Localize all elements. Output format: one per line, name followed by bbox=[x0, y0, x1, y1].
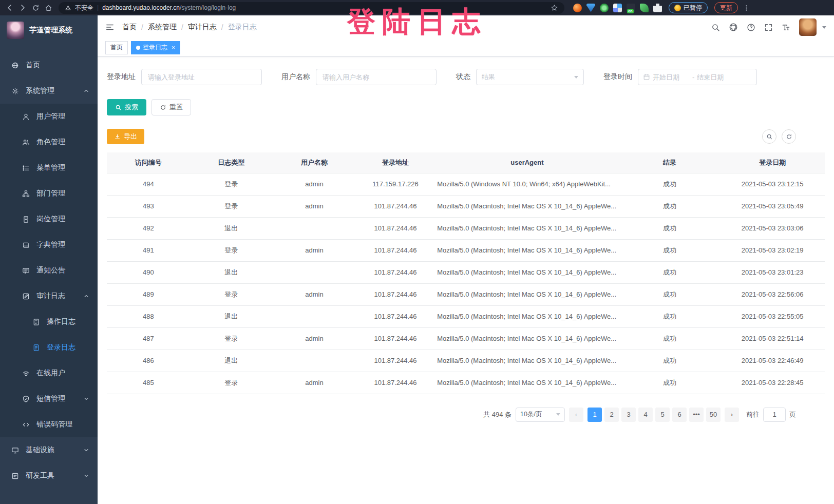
table-row[interactable]: 486退出101.87.244.46Mozilla/5.0 (Macintosh… bbox=[107, 350, 825, 372]
table-cell: 101.87.244.46 bbox=[356, 261, 435, 283]
close-icon[interactable]: × bbox=[172, 44, 175, 51]
emoji-face-icon bbox=[674, 5, 681, 11]
sidebar-toggle-icon[interactable] bbox=[105, 23, 115, 32]
table-cell: 登录 bbox=[190, 372, 273, 394]
sidebar-item-9[interactable]: 审计日志 bbox=[0, 283, 98, 309]
page-button-5[interactable]: 5 bbox=[655, 408, 670, 422]
reset-button[interactable]: 重置 bbox=[151, 99, 191, 115]
table-row[interactable]: 488退出101.87.244.46Mozilla/5.0 (Macintosh… bbox=[107, 305, 825, 327]
table-cell: admin bbox=[273, 173, 356, 195]
back-icon[interactable] bbox=[4, 2, 15, 13]
tag-1[interactable]: 登录日志× bbox=[131, 41, 180, 54]
sidebar-item-11[interactable]: 登录日志 bbox=[0, 335, 98, 360]
start-date-input[interactable] bbox=[653, 73, 690, 81]
table-cell: 登录 bbox=[190, 195, 273, 217]
extension-grid-icon[interactable] bbox=[613, 4, 622, 12]
paused-badge[interactable]: 已暂停 bbox=[669, 2, 708, 13]
sidebar-item-2[interactable]: 用户管理 bbox=[0, 104, 98, 129]
page-button-4[interactable]: 4 bbox=[638, 408, 653, 422]
sidebar-item-15[interactable]: 基础设施 bbox=[0, 437, 98, 463]
breadcrumb-item[interactable]: 首页 bbox=[122, 23, 137, 32]
prev-page-button[interactable]: ‹ bbox=[569, 408, 583, 422]
tag-0[interactable]: 首页 bbox=[105, 41, 128, 54]
sidebar-item-14[interactable]: 错误码管理 bbox=[0, 412, 98, 437]
next-page-button[interactable]: › bbox=[725, 408, 739, 422]
update-button[interactable]: 更新 bbox=[714, 2, 738, 13]
sidebar-item-8[interactable]: 通知公告 bbox=[0, 258, 98, 283]
sidebar-item-3[interactable]: 角色管理 bbox=[0, 129, 98, 155]
sidebar-item-10[interactable]: 操作日志 bbox=[0, 309, 98, 335]
column-header: 结果 bbox=[619, 152, 721, 173]
extension-shield-icon[interactable] bbox=[586, 4, 595, 12]
table-cell: 2021-05-03 22:51:14 bbox=[720, 327, 825, 350]
doc-icon bbox=[32, 344, 40, 352]
table-row[interactable]: 485登录admin101.87.244.46Mozilla/5.0 (Maci… bbox=[107, 372, 825, 394]
date-range-picker[interactable]: - bbox=[638, 69, 757, 85]
sidebar-item-label: 操作日志 bbox=[47, 317, 75, 326]
table-cell: admin bbox=[273, 239, 356, 261]
breadcrumb-item[interactable]: 审计日志 bbox=[188, 23, 217, 32]
date-separator: - bbox=[692, 73, 694, 81]
sidebar-item-4[interactable]: 菜单管理 bbox=[0, 155, 98, 181]
extensions-puzzle-icon[interactable] bbox=[653, 4, 662, 12]
table-row[interactable]: 489登录admin101.87.244.46Mozilla/5.0 (Maci… bbox=[107, 283, 825, 305]
table-row[interactable]: 493登录admin101.87.244.46Mozilla/5.0 (Maci… bbox=[107, 195, 825, 217]
avatar-caret-icon[interactable] bbox=[822, 26, 826, 29]
table-cell: 成功 bbox=[619, 350, 721, 372]
page-button-6[interactable]: 6 bbox=[672, 408, 687, 422]
end-date-input[interactable] bbox=[697, 73, 734, 81]
status-select[interactable]: 结果 bbox=[476, 69, 584, 85]
app-logo[interactable]: 芋道管理系统 bbox=[0, 15, 98, 45]
page-button-3[interactable]: 3 bbox=[621, 408, 636, 422]
fullscreen-icon[interactable] bbox=[764, 23, 773, 32]
home-icon[interactable] bbox=[43, 2, 54, 13]
refresh-table-button[interactable] bbox=[782, 129, 796, 144]
forward-icon[interactable] bbox=[17, 2, 28, 13]
sidebar-item-13[interactable]: 短信管理 bbox=[0, 386, 98, 412]
sidebar-item-12[interactable]: 在线用户 bbox=[0, 360, 98, 386]
table-toolbar: 导出 bbox=[107, 129, 825, 144]
search-icon[interactable] bbox=[711, 23, 720, 32]
extension-orange-icon[interactable] bbox=[573, 4, 582, 12]
table-row[interactable]: 487登录admin101.87.244.46Mozilla/5.0 (Maci… bbox=[107, 327, 825, 350]
goto-page-input[interactable] bbox=[763, 408, 786, 422]
github-icon[interactable] bbox=[729, 23, 738, 32]
help-icon[interactable] bbox=[747, 23, 755, 32]
update-label: 更新 bbox=[720, 4, 732, 12]
font-size-icon[interactable] bbox=[782, 23, 790, 32]
table-row[interactable]: 492退出101.87.244.46Mozilla/5.0 (Macintosh… bbox=[107, 217, 825, 239]
sidebar-item-7[interactable]: 字典管理 bbox=[0, 232, 98, 258]
table-cell: admin bbox=[273, 327, 356, 350]
sidebar-item-1[interactable]: 系统管理 bbox=[0, 78, 98, 104]
login-address-input[interactable] bbox=[141, 69, 262, 85]
extension-leaf-icon[interactable] bbox=[640, 4, 649, 12]
search-button[interactable]: 搜索 bbox=[107, 99, 146, 115]
browser-menu-icon[interactable] bbox=[743, 4, 750, 12]
sidebar-item-16[interactable]: 研发工具 bbox=[0, 463, 98, 489]
address-bar[interactable]: 不安全 | dashboard.yudao.iocoder.cn/system/… bbox=[59, 2, 564, 14]
bookmark-star-icon[interactable] bbox=[551, 4, 558, 12]
sidebar-item-5[interactable]: 部门管理 bbox=[0, 181, 98, 206]
sidebar-item-label: 用户管理 bbox=[36, 112, 65, 121]
page-size-select[interactable]: 10条/页 bbox=[516, 408, 565, 422]
pager-ellipsis[interactable]: ••• bbox=[689, 408, 704, 422]
table-row[interactable]: 491登录admin101.87.244.46Mozilla/5.0 (Maci… bbox=[107, 239, 825, 261]
table-cell: 成功 bbox=[619, 217, 721, 239]
extension-green-icon[interactable] bbox=[600, 4, 609, 12]
page-button-2[interactable]: 2 bbox=[604, 408, 619, 422]
export-button[interactable]: 导出 bbox=[107, 129, 144, 144]
breadcrumb-item[interactable]: 系统管理 bbox=[148, 23, 177, 32]
username-input[interactable] bbox=[316, 69, 437, 85]
sidebar-item-0[interactable]: 首页 bbox=[0, 52, 98, 78]
toggle-search-button[interactable] bbox=[762, 129, 776, 144]
logo-rabbit-avatar bbox=[7, 22, 24, 39]
user-avatar[interactable] bbox=[799, 18, 817, 36]
extension-dark-icon[interactable]: on bbox=[627, 4, 635, 12]
page-button-1[interactable]: 1 bbox=[587, 408, 602, 422]
table-row[interactable]: 490退出101.87.244.46Mozilla/5.0 (Macintosh… bbox=[107, 261, 825, 283]
sidebar-item-6[interactable]: 岗位管理 bbox=[0, 206, 98, 232]
table-row[interactable]: 494登录admin117.159.17.226Mozilla/5.0 (Win… bbox=[107, 173, 825, 195]
reload-icon[interactable] bbox=[30, 2, 41, 13]
table-cell: admin bbox=[273, 283, 356, 305]
page-button-50[interactable]: 50 bbox=[706, 408, 721, 422]
